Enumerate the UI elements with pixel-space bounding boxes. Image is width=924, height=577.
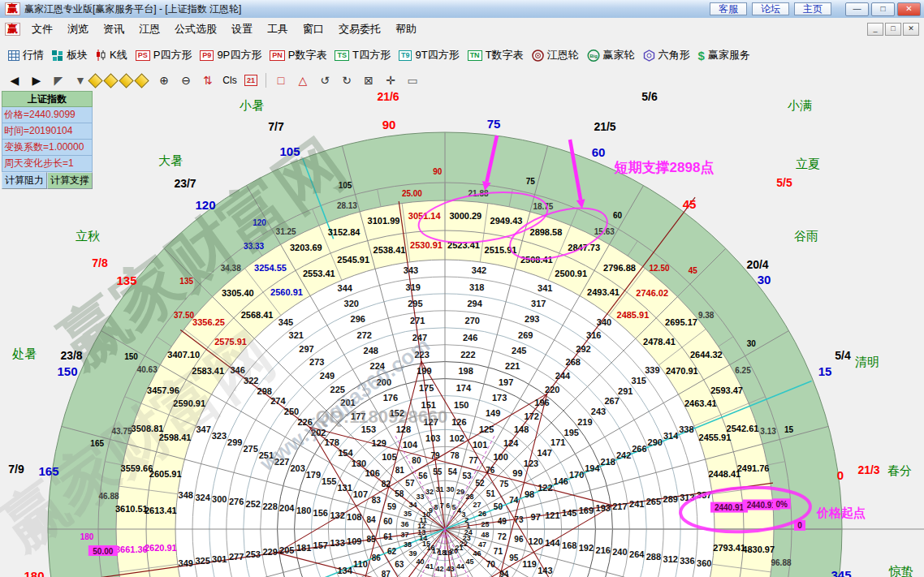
menu-3[interactable]: 江恩 — [132, 19, 167, 40]
wheel-value: 122 — [538, 483, 552, 493]
menu-9[interactable]: 帮助 — [388, 19, 424, 40]
menu-7[interactable]: 窗口 — [296, 19, 331, 40]
tool-icon-hex — [643, 50, 655, 62]
mdi-restore-button[interactable]: □ — [885, 23, 901, 36]
tool-K线[interactable]: K线 — [96, 48, 127, 62]
wheel-value: 174 — [456, 383, 472, 393]
tool-板块[interactable]: 板块 — [52, 48, 88, 62]
wheel-value: 290 — [648, 437, 663, 447]
wheel-value: 194 — [585, 463, 600, 473]
outer-label: 小暑 — [239, 98, 264, 112]
tool-P四方形[interactable]: PSP四方形 — [136, 48, 192, 62]
zoom-in-icon[interactable]: ⊕ — [157, 72, 171, 88]
updown-icon[interactable]: ⇅ — [201, 72, 215, 88]
wheel-value: 7 — [440, 502, 444, 510]
outer-label: 7/8 — [92, 256, 108, 269]
next-arrow-icon[interactable]: ▶ — [29, 72, 44, 88]
titlebar-button-1[interactable]: 论坛 — [752, 2, 789, 15]
tool-T四方形[interactable]: TST四方形 — [335, 48, 390, 62]
rotate-cw-icon[interactable]: ↻ — [339, 72, 354, 88]
wheel-value: 253 — [246, 549, 261, 559]
wheel-value: 97 — [531, 512, 541, 522]
wheel-value: 81 — [395, 466, 405, 475]
up-step-arrow-icon[interactable]: ◤ — [51, 72, 66, 88]
menu-0[interactable]: 文件 — [24, 19, 60, 40]
wheel-value: 119 — [522, 559, 537, 569]
wheel-value: 316 — [586, 330, 601, 340]
menu-6[interactable]: 工具 — [260, 19, 296, 40]
wheel-value: 12.50 — [649, 264, 669, 273]
zoom-out-icon[interactable]: ⊖ — [179, 72, 193, 88]
square-tool-icon[interactable]: □ — [274, 72, 288, 88]
wheel-value: 317 — [531, 299, 546, 308]
tool-T数字表[interactable]: TNT数字表 — [468, 48, 524, 62]
menu-4[interactable]: 公式选股 — [167, 19, 224, 40]
titlebar-button-0[interactable]: 客服 — [710, 2, 747, 15]
wheel-value: 4830.97 — [742, 545, 775, 554]
wheel-value: 241 — [629, 499, 644, 509]
wheel-value: 3203.69 — [290, 243, 322, 252]
wheel-value: 100 — [493, 452, 507, 462]
wheel-value: 216 — [596, 545, 611, 555]
tool-六角形[interactable]: 六角形 — [643, 48, 690, 62]
wheel-value: 108 — [347, 512, 361, 522]
wheel-value: 70 — [486, 560, 496, 569]
diamond-down-icon[interactable] — [134, 73, 149, 88]
mdi-minimize-button[interactable]: _ — [867, 23, 883, 36]
cls-button[interactable]: Cls — [222, 72, 237, 88]
wheel-value: 293 — [525, 314, 539, 324]
wheel-value: 2542.61 — [727, 424, 759, 433]
rotate-ccw-icon[interactable]: ↺ — [317, 72, 332, 88]
calc-support-button[interactable]: 计算支撑 — [47, 172, 93, 189]
wheel-value: 134 — [337, 566, 352, 575]
tool-行情[interactable]: 行情 — [8, 48, 44, 62]
wheel-value: 342 — [472, 265, 486, 275]
wheel-value: 131 — [337, 483, 352, 493]
panel-row-2: 变换系数=1.00000 — [2, 140, 93, 156]
close-button[interactable]: ✕ — [897, 2, 921, 16]
calc-resistance-button[interactable]: 计算阻力 — [2, 172, 47, 189]
box-x-icon[interactable]: ⊠ — [361, 72, 376, 88]
tool-9P四方形[interactable]: P99P四方形 — [200, 48, 261, 62]
wheel-value: 249 — [320, 371, 335, 381]
down-step-arrow-icon[interactable]: ▼ — [73, 72, 88, 88]
control-panel: 上证指数 价格=2440.9099时间=20190104变换系数=1.00000… — [2, 91, 93, 189]
wheel-value: 180 — [80, 532, 94, 541]
calendar-icon[interactable]: 21 — [244, 75, 257, 86]
svg-text:Big: Big — [589, 54, 598, 58]
tool-9T四方形[interactable]: T99T四方形 — [399, 48, 460, 62]
wheel-value: 175 — [419, 383, 434, 393]
menu-5[interactable]: 设置 — [224, 19, 260, 40]
tool-赢家轮[interactable]: Big赢家轮 — [587, 48, 635, 62]
wheel-value: 59 — [387, 502, 397, 511]
wheel-value: 38 — [404, 540, 412, 549]
diamond-left-icon[interactable] — [88, 73, 102, 88]
panel-tool-icon[interactable]: ▭ — [405, 72, 420, 88]
diamond-up-icon[interactable] — [119, 73, 133, 88]
minimize-button[interactable]: — — [845, 2, 869, 16]
wheel-value: 180 — [296, 506, 311, 515]
wheel-value: 62 — [387, 547, 397, 556]
diamond-right-icon[interactable] — [103, 73, 118, 88]
tool-赢家服务[interactable]: $赢家服务 — [698, 48, 750, 62]
wheel-value: 349 — [179, 558, 193, 568]
wheel-value: 30 — [446, 485, 454, 493]
tool-江恩轮[interactable]: 江恩轮 — [532, 48, 579, 62]
titlebar-button-2[interactable]: 主页 — [794, 2, 831, 15]
prev-arrow-icon[interactable]: ◀ — [7, 72, 22, 88]
wheel-value: 144 — [545, 538, 560, 548]
wheel-value: 9.38 — [698, 311, 715, 320]
mdi-close-button[interactable]: ✕ — [903, 23, 919, 36]
menu-8[interactable]: 交易委托 — [331, 19, 388, 40]
menu-1[interactable]: 浏览 — [60, 19, 96, 40]
wheel-value: 2560.91 — [270, 287, 303, 297]
wheel-value: 42 — [435, 565, 443, 573]
tool-P数字表[interactable]: PNP数字表 — [270, 48, 326, 62]
menu-2[interactable]: 资讯 — [96, 19, 132, 40]
triangle-tool-icon[interactable]: △ — [296, 72, 310, 88]
center-mark-icon[interactable]: ✛ — [383, 72, 398, 88]
panel-row-1: 时间=20190104 — [2, 123, 93, 140]
wheel-value: 301 — [212, 554, 227, 564]
maximize-button[interactable]: □ — [871, 2, 895, 16]
wheel-value: 74 — [509, 496, 519, 505]
